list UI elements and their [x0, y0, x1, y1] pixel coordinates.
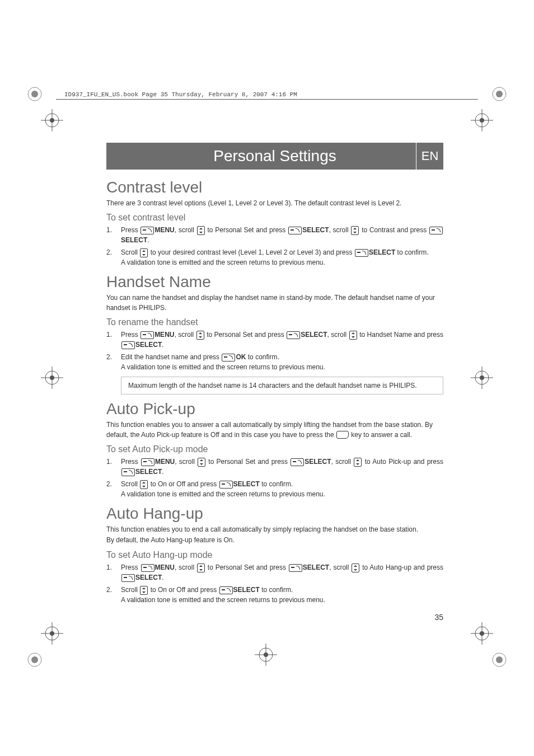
registration-mark-icon: [24, 83, 46, 107]
hangup-subheading: To set Auto Hang-up mode: [106, 550, 443, 560]
crop-target-icon: [38, 106, 66, 137]
hangup-steps: Press MENU, scroll to Personal Set and p…: [106, 562, 443, 605]
registration-mark-icon: [488, 83, 510, 107]
handset-steps: Press MENU, scroll to Personal Set and p…: [106, 330, 443, 372]
softkey-icon: [291, 458, 304, 466]
svg-point-35: [264, 652, 268, 657]
page-content: Personal Settings EN Contrast level Ther…: [106, 143, 443, 622]
contrast-steps: Press MENU, scroll to Personal Set and p…: [106, 225, 443, 267]
svg-point-7: [496, 656, 503, 663]
pickup-intro: This function enables you to answer a ca…: [106, 420, 443, 440]
book-header-line: ID937_IFU_EN_US.book Page 35 Thursday, F…: [64, 91, 297, 98]
section-heading-hangup: Auto Hang-up: [106, 505, 443, 523]
hangup-step-2: Scroll to On or Off and press SELECT to …: [106, 585, 443, 605]
svg-point-11: [50, 118, 54, 123]
nav-up-down-icon: [140, 480, 148, 489]
softkey-icon: [429, 227, 443, 234]
language-indicator: EN: [416, 142, 444, 170]
nav-up-down-icon: [351, 226, 359, 235]
softkey-icon: [140, 331, 154, 339]
contrast-step-1: Press MENU, scroll to Personal Set and p…: [106, 225, 443, 245]
crop-target-icon: [38, 364, 66, 394]
svg-point-19: [50, 631, 54, 636]
svg-point-3: [496, 91, 503, 97]
handset-step-1: Press MENU, scroll to Personal Set and p…: [106, 330, 443, 350]
handset-intro: You can name the handset and display the…: [106, 293, 443, 313]
softkey-icon: [287, 331, 300, 339]
softkey-icon: [121, 574, 135, 582]
hangup-step-1: Press MENU, scroll to Personal Set and p…: [106, 562, 443, 583]
svg-point-23: [480, 631, 484, 636]
contrast-subheading: To set contrast level: [106, 213, 443, 223]
nav-up-down-icon: [196, 331, 204, 340]
nav-up-down-icon: [349, 331, 357, 340]
softkey-icon: [140, 227, 154, 234]
softkey-icon: [219, 586, 233, 594]
svg-point-31: [480, 375, 484, 380]
contrast-intro: There are 3 contrast level options (Leve…: [106, 199, 443, 208]
softkey-icon: [141, 458, 154, 466]
nav-up-down-icon: [197, 226, 205, 235]
nav-up-down-icon: [352, 564, 359, 572]
crop-target-icon: [252, 641, 280, 671]
softkey-icon: [288, 227, 302, 234]
header-rule: [56, 99, 478, 100]
nav-up-down-icon: [354, 458, 362, 467]
hangup-intro1: This function enables you to end a call …: [106, 525, 443, 534]
pickup-step-2: Scroll to On or Off and press SELECT to …: [106, 479, 443, 499]
svg-point-15: [480, 118, 484, 123]
page-number: 35: [106, 613, 443, 622]
pickup-steps: Press MENU, scroll to Personal Set and p…: [106, 457, 443, 499]
contrast-step-2: Scroll to your desired contrast level (L…: [106, 247, 443, 267]
section-heading-pickup: Auto Pick-up: [106, 400, 443, 418]
handset-note-box: Maximum length of the handset name is 14…: [121, 377, 443, 395]
softkey-icon: [355, 249, 368, 257]
pickup-subheading: To set Auto Pick-up mode: [106, 444, 443, 454]
nav-up-down-icon: [140, 248, 148, 257]
handset-subheading: To rename the handset: [106, 317, 443, 327]
page-title: Personal Settings: [213, 147, 336, 165]
svg-point-1: [31, 91, 38, 97]
talk-key-icon: [336, 431, 349, 439]
softkey-icon: [141, 564, 154, 572]
title-bar: Personal Settings EN: [106, 143, 443, 170]
crop-target-icon: [468, 619, 496, 650]
softkey-icon: [219, 481, 233, 489]
section-heading-contrast: Contrast level: [106, 179, 443, 196]
softkey-icon: [121, 468, 135, 476]
nav-up-down-icon: [197, 564, 205, 572]
crop-target-icon: [468, 364, 496, 394]
registration-mark-icon: [488, 649, 510, 673]
crop-target-icon: [468, 106, 496, 137]
section-heading-handset: Handset Name: [106, 273, 443, 291]
svg-point-27: [50, 375, 54, 380]
softkey-icon: [289, 564, 302, 572]
nav-up-down-icon: [140, 586, 148, 595]
nav-up-down-icon: [198, 458, 205, 467]
softkey-icon: [121, 341, 135, 349]
crop-target-icon: [38, 619, 66, 650]
pickup-step-1: Press MENU, scroll to Personal Set and p…: [106, 457, 443, 477]
hangup-intro2: By default, the Auto Hang-up feature is …: [106, 536, 443, 545]
svg-point-5: [31, 656, 38, 663]
registration-mark-icon: [24, 649, 46, 673]
handset-step-2: Edit the handset name and press OK to co…: [106, 352, 443, 372]
softkey-icon: [222, 354, 235, 361]
